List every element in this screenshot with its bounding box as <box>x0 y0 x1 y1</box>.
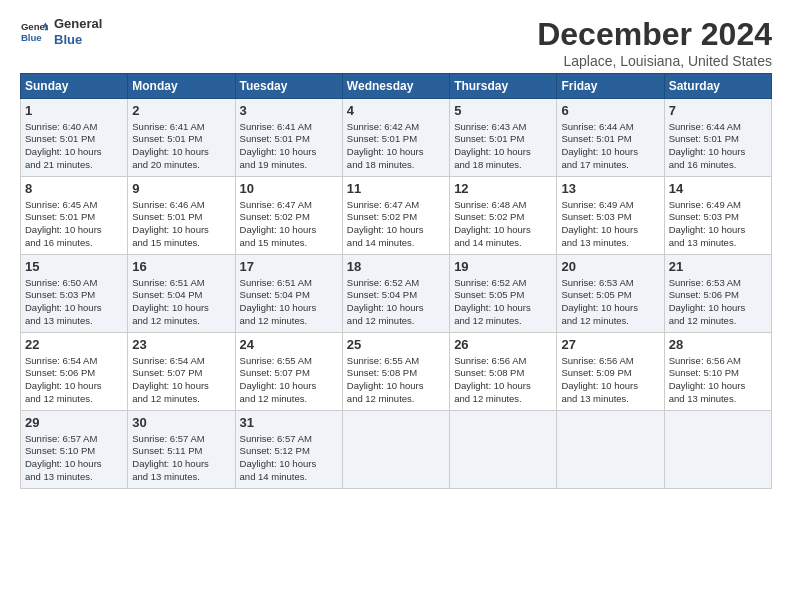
day-number: 19 <box>454 258 552 276</box>
cell-line: and 12 minutes. <box>454 393 552 406</box>
day-number: 15 <box>25 258 123 276</box>
cell-line: and 12 minutes. <box>25 393 123 406</box>
logo-line2: Blue <box>54 32 102 48</box>
cell-line: Daylight: 10 hours <box>454 302 552 315</box>
day-number: 22 <box>25 336 123 354</box>
day-number: 27 <box>561 336 659 354</box>
cell-line: and 19 minutes. <box>240 159 338 172</box>
cell-line: Sunset: 5:04 PM <box>347 289 445 302</box>
cell-line: Sunrise: 6:53 AM <box>561 277 659 290</box>
cell-line: Sunset: 5:06 PM <box>669 289 767 302</box>
day-number: 7 <box>669 102 767 120</box>
col-header-friday: Friday <box>557 74 664 99</box>
col-header-saturday: Saturday <box>664 74 771 99</box>
cell-line: and 12 minutes. <box>561 315 659 328</box>
calendar-cell: 22Sunrise: 6:54 AMSunset: 5:06 PMDayligh… <box>21 333 128 411</box>
calendar-cell: 13Sunrise: 6:49 AMSunset: 5:03 PMDayligh… <box>557 177 664 255</box>
cell-line: and 12 minutes. <box>240 393 338 406</box>
cell-line: Sunset: 5:03 PM <box>25 289 123 302</box>
cell-line: Sunrise: 6:51 AM <box>240 277 338 290</box>
cell-line: Sunrise: 6:57 AM <box>240 433 338 446</box>
cell-line: Sunrise: 6:53 AM <box>669 277 767 290</box>
day-number: 1 <box>25 102 123 120</box>
col-header-thursday: Thursday <box>450 74 557 99</box>
cell-line: Daylight: 10 hours <box>132 146 230 159</box>
cell-line: Daylight: 10 hours <box>25 380 123 393</box>
day-number: 11 <box>347 180 445 198</box>
cell-line: Daylight: 10 hours <box>240 146 338 159</box>
cell-line: Sunrise: 6:41 AM <box>240 121 338 134</box>
cell-line: Sunset: 5:01 PM <box>669 133 767 146</box>
cell-line: Daylight: 10 hours <box>454 146 552 159</box>
calendar-cell: 28Sunrise: 6:56 AMSunset: 5:10 PMDayligh… <box>664 333 771 411</box>
cell-line: and 15 minutes. <box>132 237 230 250</box>
calendar-cell: 26Sunrise: 6:56 AMSunset: 5:08 PMDayligh… <box>450 333 557 411</box>
calendar-cell: 12Sunrise: 6:48 AMSunset: 5:02 PMDayligh… <box>450 177 557 255</box>
cell-line: Sunrise: 6:49 AM <box>669 199 767 212</box>
calendar-cell: 1Sunrise: 6:40 AMSunset: 5:01 PMDaylight… <box>21 99 128 177</box>
cell-line: Daylight: 10 hours <box>561 302 659 315</box>
cell-line: Sunrise: 6:44 AM <box>561 121 659 134</box>
cell-line: Sunrise: 6:45 AM <box>25 199 123 212</box>
col-header-wednesday: Wednesday <box>342 74 449 99</box>
cell-line: and 17 minutes. <box>561 159 659 172</box>
calendar-cell: 21Sunrise: 6:53 AMSunset: 5:06 PMDayligh… <box>664 255 771 333</box>
cell-line: and 20 minutes. <box>132 159 230 172</box>
calendar-cell: 6Sunrise: 6:44 AMSunset: 5:01 PMDaylight… <box>557 99 664 177</box>
calendar-container: General Blue General Blue December 2024 … <box>0 0 792 499</box>
cell-line: Sunrise: 6:52 AM <box>347 277 445 290</box>
calendar-cell: 16Sunrise: 6:51 AMSunset: 5:04 PMDayligh… <box>128 255 235 333</box>
cell-line: and 18 minutes. <box>454 159 552 172</box>
day-number: 21 <box>669 258 767 276</box>
cell-line: Sunset: 5:08 PM <box>454 367 552 380</box>
header: General Blue General Blue December 2024 … <box>20 16 772 69</box>
cell-line: Sunset: 5:07 PM <box>240 367 338 380</box>
calendar-cell: 24Sunrise: 6:55 AMSunset: 5:07 PMDayligh… <box>235 333 342 411</box>
col-header-tuesday: Tuesday <box>235 74 342 99</box>
location-title: Laplace, Louisiana, United States <box>537 53 772 69</box>
cell-line: Sunrise: 6:51 AM <box>132 277 230 290</box>
cell-line: Daylight: 10 hours <box>240 224 338 237</box>
cell-line: Sunrise: 6:57 AM <box>132 433 230 446</box>
cell-line: Sunset: 5:01 PM <box>132 133 230 146</box>
calendar-cell: 14Sunrise: 6:49 AMSunset: 5:03 PMDayligh… <box>664 177 771 255</box>
calendar-cell: 19Sunrise: 6:52 AMSunset: 5:05 PMDayligh… <box>450 255 557 333</box>
cell-line: and 16 minutes. <box>25 237 123 250</box>
cell-line: Sunset: 5:02 PM <box>240 211 338 224</box>
day-number: 3 <box>240 102 338 120</box>
calendar-cell: 23Sunrise: 6:54 AMSunset: 5:07 PMDayligh… <box>128 333 235 411</box>
calendar-cell: 17Sunrise: 6:51 AMSunset: 5:04 PMDayligh… <box>235 255 342 333</box>
cell-line: Sunrise: 6:57 AM <box>25 433 123 446</box>
day-number: 6 <box>561 102 659 120</box>
cell-line: Sunrise: 6:47 AM <box>347 199 445 212</box>
cell-line: Sunset: 5:03 PM <box>561 211 659 224</box>
cell-line: Sunrise: 6:55 AM <box>347 355 445 368</box>
cell-line: Sunrise: 6:55 AM <box>240 355 338 368</box>
cell-line: Sunset: 5:10 PM <box>25 445 123 458</box>
calendar-cell: 3Sunrise: 6:41 AMSunset: 5:01 PMDaylight… <box>235 99 342 177</box>
cell-line: Daylight: 10 hours <box>669 146 767 159</box>
cell-line: Daylight: 10 hours <box>454 380 552 393</box>
cell-line: Sunrise: 6:54 AM <box>132 355 230 368</box>
calendar-cell <box>664 411 771 489</box>
cell-line: and 13 minutes. <box>561 237 659 250</box>
cell-line: Sunrise: 6:50 AM <box>25 277 123 290</box>
cell-line: and 12 minutes. <box>454 315 552 328</box>
cell-line: Sunrise: 6:49 AM <box>561 199 659 212</box>
cell-line: and 12 minutes. <box>669 315 767 328</box>
cell-line: and 21 minutes. <box>25 159 123 172</box>
calendar-cell: 27Sunrise: 6:56 AMSunset: 5:09 PMDayligh… <box>557 333 664 411</box>
day-number: 24 <box>240 336 338 354</box>
calendar-cell: 8Sunrise: 6:45 AMSunset: 5:01 PMDaylight… <box>21 177 128 255</box>
cell-line: Daylight: 10 hours <box>132 302 230 315</box>
calendar-cell: 4Sunrise: 6:42 AMSunset: 5:01 PMDaylight… <box>342 99 449 177</box>
cell-line: Sunset: 5:08 PM <box>347 367 445 380</box>
cell-line: Sunrise: 6:40 AM <box>25 121 123 134</box>
cell-line: and 12 minutes. <box>347 315 445 328</box>
cell-line: Sunset: 5:11 PM <box>132 445 230 458</box>
cell-line: Daylight: 10 hours <box>132 380 230 393</box>
title-block: December 2024 Laplace, Louisiana, United… <box>537 16 772 69</box>
cell-line: Daylight: 10 hours <box>347 224 445 237</box>
day-number: 18 <box>347 258 445 276</box>
cell-line: Sunrise: 6:52 AM <box>454 277 552 290</box>
